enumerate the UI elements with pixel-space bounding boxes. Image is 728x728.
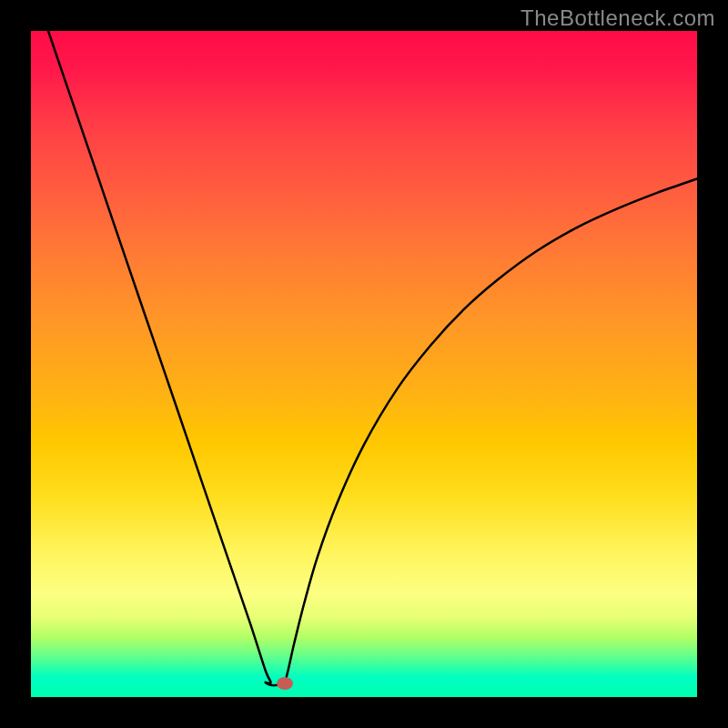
attribution-text: TheBottleneck.com [521, 5, 715, 31]
chart-curve [31, 31, 697, 697]
chart-container: TheBottleneck.com [0, 0, 728, 728]
minimum-marker [277, 677, 293, 690]
curve-path [48, 31, 697, 686]
